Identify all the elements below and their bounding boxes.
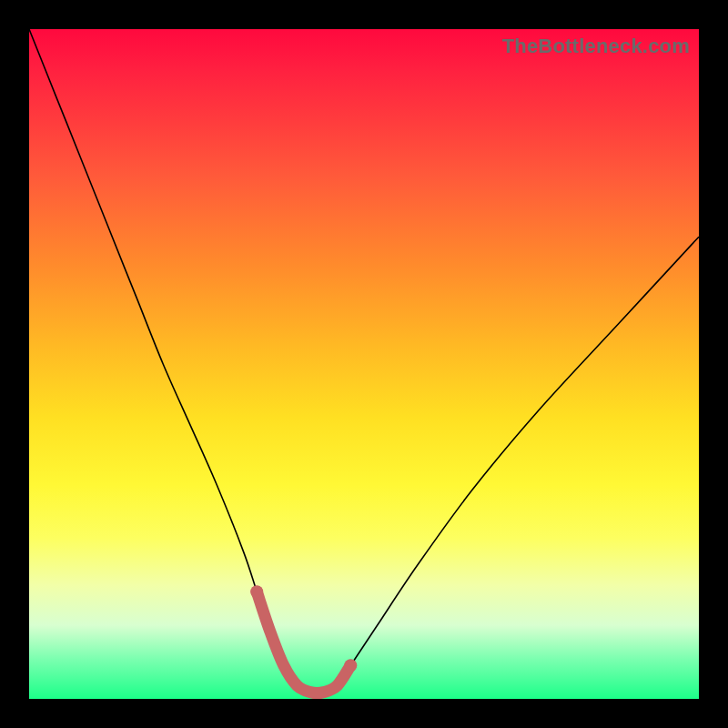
bottleneck-curve-svg — [29, 29, 699, 699]
chart-frame: TheBottleneck.com — [0, 0, 728, 728]
basin-highlight — [257, 592, 350, 693]
bottleneck-curve — [29, 29, 699, 693]
plot-area: TheBottleneck.com — [29, 29, 699, 699]
basin-end-dot — [344, 659, 357, 672]
basin-end-dot — [250, 585, 263, 598]
